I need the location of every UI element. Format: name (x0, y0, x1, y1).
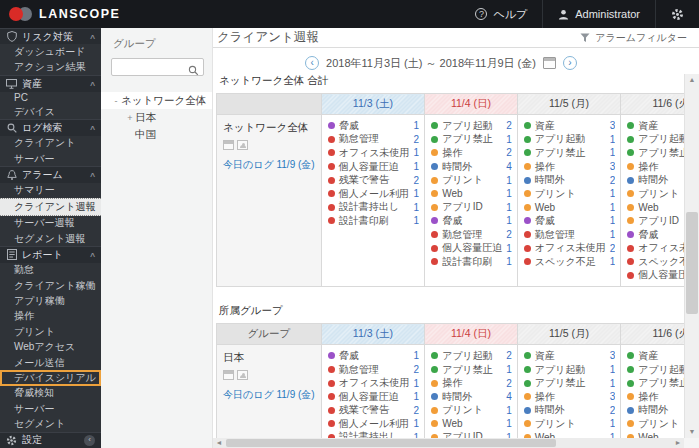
sidebar-item-label: セグメント週報 (14, 232, 85, 246)
sidebar-item-client[interactable]: クライアント (0, 136, 101, 151)
horizontal-scrollbar[interactable]: ◄ ► (213, 438, 684, 448)
alarm-entry: アプリ起動2 (431, 349, 512, 363)
alarm-name: 脅威 (442, 214, 462, 228)
sidebar-section-report[interactable]: レポート∧ (0, 246, 101, 262)
sidebar-item-device-serial[interactable]: デバイスシリアル (0, 370, 101, 385)
sidebar-item-segment-weekly[interactable]: セグメント週報 (0, 231, 101, 246)
alarm-name: スペック不足 (638, 255, 684, 269)
alarm-entry: Web1 (524, 431, 616, 438)
tree-expander-icon[interactable]: - (111, 96, 121, 106)
sidebar-item-operation[interactable]: 操作 (0, 309, 101, 324)
sidebar-item-threat-detection[interactable]: 脅威検知 (0, 386, 101, 401)
alarm-type-dot-icon (627, 352, 634, 359)
tree-node-ネットワーク全体[interactable]: -ネットワーク全体 (101, 92, 212, 109)
sidebar-section-risk[interactable]: リスク対策∧ (0, 28, 101, 44)
sidebar-item-label: アプリ稼働 (14, 294, 65, 308)
sidebar-item-attendance[interactable]: 勤怠 (0, 263, 101, 278)
alarm-type-dot-icon (431, 380, 438, 387)
alarm-count: 2 (410, 364, 420, 375)
sidebar-item-dashboard[interactable]: ダッシュボード (0, 44, 101, 59)
alarm-type-dot-icon (627, 217, 634, 224)
calendar-view-icon[interactable] (223, 140, 234, 150)
sidebar-section-settings[interactable]: 設定‹ (0, 432, 101, 448)
alarm-type-dot-icon (627, 366, 634, 373)
alarm-type-dot-icon (524, 380, 531, 387)
sidebar-collapse-badge[interactable]: ‹ (84, 435, 95, 446)
alarm-count: 1 (410, 215, 420, 226)
alarm-name: アプリ起動 (535, 363, 586, 377)
sidebar-item-action-results[interactable]: アクション結果 (0, 60, 101, 75)
today-log-link[interactable]: 今日のログ 11/9 (金) (223, 159, 315, 170)
alarm-entry: 時間外4 (431, 160, 512, 174)
alarm-filter-button[interactable]: アラームフィルター (580, 31, 687, 45)
alarm-name: 資産 (638, 349, 658, 363)
calendar-view-icon[interactable] (223, 370, 234, 380)
alarm-type-dot-icon (431, 217, 438, 224)
alarm-type-dot-icon (431, 122, 438, 129)
scroll-left-arrow-icon[interactable]: ◄ (213, 438, 225, 448)
sidebar-item-device[interactable]: デバイス (0, 104, 101, 119)
user-menu[interactable]: Administrator (542, 0, 655, 28)
sidebar-item-app-utilization[interactable]: アプリ稼働 (0, 293, 101, 308)
sidebar-section-assets[interactable]: 資産∧ (0, 75, 101, 91)
alarm-count: 1 (606, 188, 616, 199)
sidebar-item-segment-report[interactable]: セグメント (0, 416, 101, 431)
alarm-entry: 脅威1 (524, 214, 616, 228)
alarm-name: 勤怠管理 (535, 228, 575, 242)
vertical-scrollbar[interactable]: ▲ ▼ (684, 74, 699, 438)
sidebar-item-label: デバイスシリアル (14, 371, 96, 385)
alarm-entry: Web1 (627, 431, 684, 438)
user-view-icon[interactable] (237, 140, 248, 150)
sidebar-section-alarm[interactable]: アラーム∧ (0, 166, 101, 182)
alarm-entry: 個人容量圧迫1 (328, 390, 420, 404)
vertical-scroll-thumb[interactable] (686, 212, 698, 314)
tree-expander-icon[interactable]: + (125, 113, 135, 123)
calendar-icon[interactable] (543, 57, 556, 69)
sidebar-section-label: アラーム (22, 168, 63, 182)
next-week-button[interactable]: › (563, 56, 577, 70)
alarm-entry: アプリ禁止1 (627, 376, 684, 390)
scroll-down-arrow-icon[interactable]: ▼ (685, 426, 699, 438)
prev-week-button[interactable]: ‹ (305, 56, 319, 70)
sidebar-item-mail-send[interactable]: メール送信 (0, 355, 101, 370)
alarm-name: 時間外 (442, 160, 472, 174)
alarm-name: オフィス未使用 (535, 241, 606, 255)
alarm-name: プリント (638, 187, 679, 201)
alarm-type-dot-icon (627, 407, 634, 414)
scroll-up-arrow-icon[interactable]: ▲ (685, 74, 699, 86)
sidebar-item-server-report[interactable]: サーバー (0, 401, 101, 416)
shield-icon (6, 31, 17, 42)
sidebar-item-print[interactable]: プリント (0, 324, 101, 339)
alarm-type-dot-icon (431, 204, 438, 211)
alarm-type-dot-icon (627, 204, 634, 211)
alarm-count: 1 (410, 202, 420, 213)
alarm-entry: 勤怠管理2 (328, 133, 420, 147)
sidebar-item-label: セグメント (14, 417, 65, 431)
sidebar-section-log-search[interactable]: ログ検索∧ (0, 119, 101, 135)
alarm-type-dot-icon (524, 136, 531, 143)
alarm-name: 残業で警告 (339, 404, 389, 418)
table-row: ネットワーク全体今日のログ 11/9 (金)脅威1勤怠管理2オフィス未使用1個人… (217, 115, 685, 287)
sidebar-item-summary[interactable]: サマリー (0, 183, 101, 198)
alarm-name: アプリID (442, 431, 483, 438)
horizontal-scroll-thumb[interactable] (226, 439, 556, 447)
sidebar-item-server[interactable]: サーバー (0, 151, 101, 166)
settings-menu-button[interactable] (655, 0, 699, 28)
sidebar-item-pc[interactable]: PC (0, 92, 101, 104)
alarm-name: 操作 (535, 390, 555, 404)
alarm-entry: アプリID3 (627, 214, 684, 228)
alarm-name: アプリ禁止 (638, 376, 684, 390)
today-log-link[interactable]: 今日のログ 11/9 (金) (223, 389, 315, 400)
user-view-icon[interactable] (237, 370, 248, 380)
sidebar-item-client-utilization[interactable]: クライアント稼働 (0, 278, 101, 293)
sidebar-item-web-access[interactable]: Webアクセス (0, 340, 101, 355)
tree-node-日本[interactable]: +日本 (101, 109, 212, 126)
alarm-type-dot-icon (328, 352, 335, 359)
sidebar-item-label: Webアクセス (14, 340, 75, 354)
tree-node-中国[interactable]: 中国 (101, 126, 212, 143)
sidebar-item-server-weekly[interactable]: サーバー週報 (0, 216, 101, 231)
sidebar-item-client-weekly[interactable]: クライアント週報 (0, 198, 101, 215)
scroll-right-arrow-icon[interactable]: ► (672, 438, 684, 448)
alarm-filter-label: アラームフィルター (595, 31, 687, 45)
help-button[interactable]: ? ヘルプ (460, 0, 542, 28)
